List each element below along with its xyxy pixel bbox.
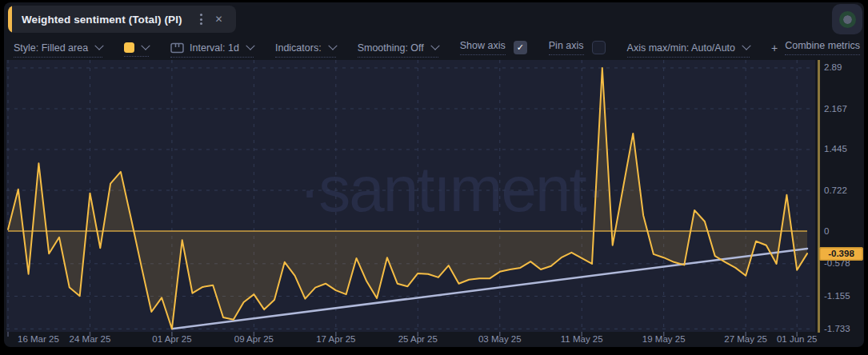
show-axis-control: Show axis ✓	[460, 40, 527, 59]
kebab-menu-icon[interactable]	[198, 11, 205, 27]
chart-area: ·santıment· 2.892.1671.4450.7220-0.578-1…	[4, 60, 864, 347]
x-tick-label: 24 Mar 25	[70, 334, 111, 344]
axis-maxmin-dropdown[interactable]: Axis max/min: Auto/Auto	[627, 42, 750, 58]
combine-metrics-label: Combine metrics	[785, 40, 860, 55]
chevron-down-icon	[430, 41, 439, 50]
interval-dropdown[interactable]: Interval: 1d	[170, 42, 254, 58]
style-dropdown-label: Style: Filled area	[14, 42, 88, 54]
x-tick-label: 03 May 25	[478, 334, 522, 344]
chevron-down-icon	[246, 41, 254, 50]
plus-icon: +	[771, 42, 778, 54]
chevron-down-icon	[94, 41, 103, 50]
y-tick-label: 0.722	[824, 185, 847, 195]
x-tick-label: 11 May 25	[561, 334, 603, 344]
x-tick-label: 01 Jun 25	[777, 334, 818, 344]
smoothing-dropdown[interactable]: Smoothing: Off	[358, 42, 438, 58]
style-dropdown[interactable]: Style: Filled area	[14, 42, 102, 58]
chevron-down-icon	[141, 41, 150, 50]
status-indicator-button[interactable]	[832, 4, 862, 34]
chevron-down-icon	[328, 41, 337, 50]
interval-dropdown-label: Interval: 1d	[190, 42, 239, 54]
tab-bar: Weighted sentiment (Total) (PI) ✕	[4, 2, 864, 38]
smoothing-dropdown-label: Smoothing: Off	[358, 42, 424, 54]
chart-toolbar: Style: Filled area Interval: 1d Indicato…	[14, 39, 858, 60]
metric-color-dropdown[interactable]	[124, 42, 149, 57]
combine-metrics-button[interactable]: + Combine metrics	[771, 40, 860, 59]
x-tick-label: 09 Apr 25	[234, 334, 274, 344]
x-tick-label: 25 Apr 25	[398, 334, 438, 344]
x-tick-label: 16 Mar 25	[18, 334, 59, 344]
y-tick-label: -1.155	[824, 291, 850, 301]
x-tick-label: 27 May 25	[724, 334, 767, 344]
metric-tab[interactable]: Weighted sentiment (Total) (PI) ✕	[8, 6, 236, 33]
pin-axis-control: Pin axis	[549, 40, 606, 59]
close-icon[interactable]: ✕	[214, 13, 225, 26]
pin-axis-label: Pin axis	[549, 40, 584, 55]
record-dot-icon	[839, 11, 856, 28]
y-tick-label: 0	[824, 226, 829, 236]
metric-color-accent-bar	[8, 6, 12, 33]
chart-plot[interactable]	[6, 60, 815, 338]
axis-maxmin-label: Axis max/min: Auto/Auto	[627, 42, 735, 54]
show-axis-checkbox[interactable]: ✓	[514, 41, 527, 54]
interval-pattern-icon	[170, 42, 184, 54]
y-axis-line	[818, 60, 820, 333]
show-axis-label: Show axis	[460, 40, 506, 55]
y-tick-label: 1.445	[824, 144, 847, 154]
y-tick-label: 2.89	[824, 62, 842, 72]
y-tick-label: -1.733	[824, 324, 850, 333]
metric-color-swatch	[124, 42, 134, 53]
metric-tab-title: Weighted sentiment (Total) (PI)	[22, 14, 182, 26]
pin-axis-checkbox[interactable]	[592, 41, 606, 54]
x-tick-label: 19 May 25	[642, 334, 686, 344]
y-tick-label: 2.167	[824, 104, 847, 114]
chart-widget-window: Weighted sentiment (Total) (PI) ✕ Style:…	[4, 2, 864, 347]
x-tick-label: 17 Apr 25	[316, 334, 355, 344]
chevron-down-icon	[742, 41, 750, 50]
x-tick-label: 01 Apr 25	[152, 334, 191, 344]
current-value-badge: -0.398	[819, 247, 863, 261]
indicators-dropdown[interactable]: Indicators:	[275, 42, 336, 58]
indicators-dropdown-label: Indicators:	[275, 42, 322, 54]
